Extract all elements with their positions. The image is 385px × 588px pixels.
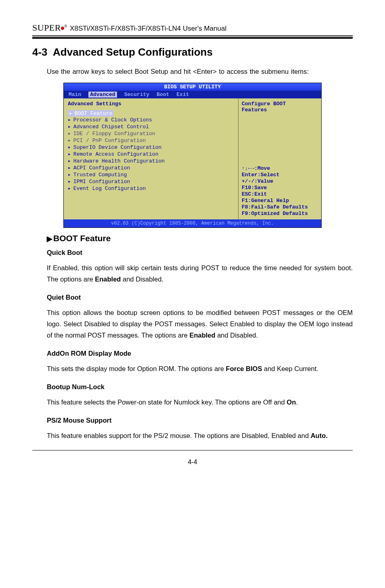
section-title: 4-3 Advanced Setup Configurations bbox=[32, 46, 353, 58]
item-body: This option allows the bootup screen opt… bbox=[47, 307, 353, 341]
bios-panel-heading: Advanced Settings bbox=[68, 101, 234, 107]
bios-key-hint: F10:Save bbox=[242, 185, 319, 191]
item-heading: Quiet Boot bbox=[47, 294, 353, 301]
bios-tab-advanced[interactable]: Advanced bbox=[88, 92, 117, 98]
bios-tab-row: Main Advanced Security Boot Exit bbox=[64, 91, 321, 98]
triangle-right-icon: ▶ bbox=[47, 235, 52, 243]
bios-menu-item[interactable]: ACPI Configuration bbox=[68, 165, 234, 171]
item-heading: AddOn ROM Display Mode bbox=[47, 350, 353, 357]
bios-key-hint: F1:General Help bbox=[242, 198, 319, 204]
brand-first-letter: S bbox=[32, 23, 38, 33]
footer-rule bbox=[32, 450, 353, 450]
bios-menu-item[interactable]: Remote Access Configuration bbox=[68, 151, 234, 158]
item-body: This feature selects the Power-on state … bbox=[47, 396, 353, 408]
section-intro: Use the arrow keys to select Boot Setup … bbox=[47, 67, 353, 77]
brand-logo: SUPER® bbox=[32, 23, 67, 33]
bios-help-line: Features bbox=[242, 107, 319, 113]
bios-menu-item[interactable]: IDE / Floppy Configuration bbox=[68, 130, 234, 137]
bios-menu-item[interactable]: Hardware Health Configuration bbox=[68, 158, 234, 165]
bios-tab-boot[interactable]: Boot bbox=[157, 92, 169, 98]
manual-title: X8STi/X8STi-F/X8STi-3F/X8STi-LN4 User's … bbox=[70, 25, 226, 33]
item-heading: Bootup Num-Lock bbox=[47, 383, 353, 391]
item-heading: Quick Boot bbox=[47, 249, 353, 256]
section-heading-text: Advanced Setup Configurations bbox=[53, 46, 213, 58]
bios-tab-exit[interactable]: Exit bbox=[176, 92, 189, 98]
bios-footer: v02.63 (C)Copyright 1985-2008, American … bbox=[64, 219, 321, 227]
manual-page: SUPER® X8STi/X8STi-F/X8STi-3F/X8STi-LN4 … bbox=[0, 0, 385, 482]
bios-menu-item[interactable]: IPMI Configuration bbox=[68, 178, 234, 185]
item-heading: PS/2 Mouse Support bbox=[47, 417, 353, 424]
bios-menu-item[interactable]: SuperIO Device Configuration bbox=[68, 144, 234, 151]
bios-menu-item[interactable]: BOOT Feature bbox=[68, 110, 113, 117]
bios-window: BIOS SETUP UTILITY Main Advanced Securit… bbox=[63, 83, 322, 228]
bios-key-hint: ESC:Exit bbox=[242, 191, 319, 198]
page-header: SUPER® X8STi/X8STi-F/X8STi-3F/X8STi-LN4 … bbox=[32, 23, 353, 33]
bios-help-line: Configure BOOT bbox=[242, 101, 319, 107]
bios-key-hint: Enter:Select bbox=[242, 172, 319, 178]
bios-key-hint: F8:Fail-Safe Defaults bbox=[242, 204, 319, 211]
bios-menu-item[interactable]: PCI / PnP Configuration bbox=[68, 137, 234, 144]
item-body: If Enabled, this option will skip certai… bbox=[47, 262, 353, 285]
page-number: 4-4 bbox=[32, 459, 353, 466]
bios-help-text: Configure BOOT Features bbox=[242, 101, 319, 165]
section-number: 4-3 bbox=[32, 46, 48, 58]
bios-menu-item[interactable]: Advanced Chipset Control bbox=[68, 123, 234, 130]
subsection-title: ▶BOOT Feature bbox=[47, 234, 353, 243]
registered-icon: ® bbox=[64, 24, 67, 28]
bios-key-legend: ↑↓←→:Move Enter:Select +/-/:Value F10:Sa… bbox=[242, 165, 319, 217]
bios-menu-item[interactable]: Event Log Configuration bbox=[68, 185, 234, 192]
bios-key-hint: F9:Optimized Defaults bbox=[242, 211, 319, 217]
bios-key-hint: +/-/:Value bbox=[242, 178, 319, 185]
header-rule bbox=[32, 35, 353, 39]
bios-menu-item[interactable]: Processor & Clock Options bbox=[68, 117, 234, 123]
brand-dot-icon bbox=[61, 27, 64, 30]
subsection-heading-text: BOOT Feature bbox=[53, 234, 111, 243]
bios-right-pane: Configure BOOT Features ↑↓←→:Move Enter:… bbox=[239, 98, 321, 219]
item-body: This sets the display mode for Option RO… bbox=[47, 363, 353, 374]
item-body: This feature enables support for the PS/… bbox=[47, 430, 353, 441]
bios-screenshot: BIOS SETUP UTILITY Main Advanced Securit… bbox=[32, 83, 353, 228]
bios-tab-security[interactable]: Security bbox=[124, 92, 149, 98]
bios-titlebar: BIOS SETUP UTILITY bbox=[64, 83, 321, 91]
bios-menu-list: BOOT Feature Processor & Clock Options A… bbox=[68, 110, 234, 192]
bios-tab-main[interactable]: Main bbox=[69, 92, 81, 98]
brand-rest: UPER bbox=[38, 23, 61, 33]
bios-left-pane: Advanced Settings BOOT Feature Processor… bbox=[64, 98, 239, 219]
bios-key-hint: ↑↓←→:Move bbox=[242, 165, 319, 172]
bios-body: Advanced Settings BOOT Feature Processor… bbox=[64, 98, 321, 219]
bios-menu-item[interactable]: Trusted Computing bbox=[68, 171, 234, 178]
